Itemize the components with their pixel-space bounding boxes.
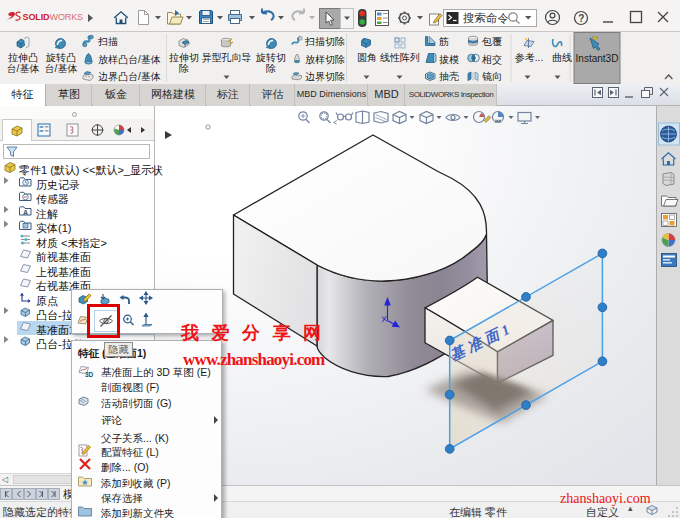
svg-text:搜索命令: 搜索命令 (463, 12, 510, 24)
svg-text:3D: 3D (85, 371, 94, 378)
svg-text:?: ? (578, 13, 584, 24)
svg-text:SOLIDWORKS: SOLIDWORKS (23, 12, 84, 22)
